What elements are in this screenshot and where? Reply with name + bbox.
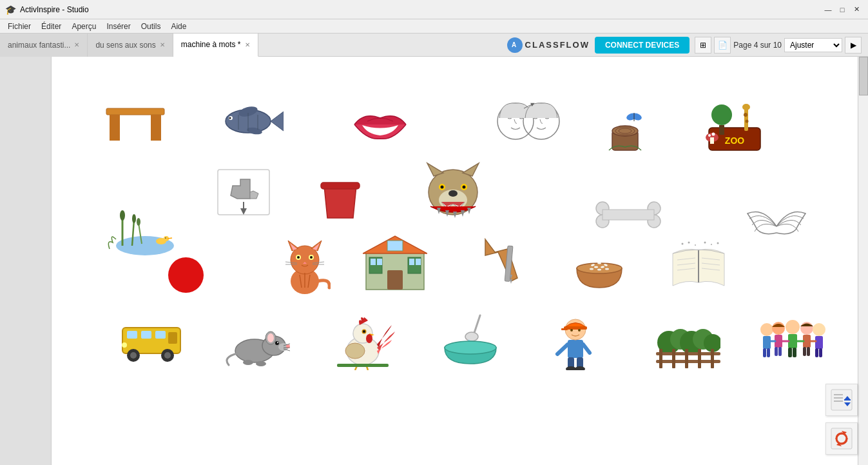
clipart-lips[interactable] (345, 99, 416, 150)
tabbar-right: A CLASSFLOW CONNECT DEVICES ⊞ 📄 Page 4 s… (501, 37, 868, 54)
fence-svg (656, 320, 720, 368)
svg-line-175 (583, 344, 590, 353)
svg-point-135 (122, 342, 127, 348)
tab-animaux[interactable]: animaux fantasti... ✕ (0, 34, 88, 57)
menu-fichier[interactable]: Fichier (3, 21, 36, 32)
clipart-pot[interactable] (308, 163, 372, 228)
next-page-button[interactable]: ▶ (845, 37, 862, 54)
tab-animaux-close[interactable]: ✕ (74, 41, 79, 48)
cat-svg (279, 239, 331, 297)
clipart-house[interactable] (360, 230, 430, 294)
clipart-fish[interactable] (216, 95, 287, 147)
svg-rect-184 (672, 349, 675, 368)
clipart-hand[interactable] (211, 163, 276, 221)
menu-outils[interactable]: Outils (136, 21, 166, 32)
clipart-children[interactable] (754, 313, 831, 371)
svg-point-147 (243, 360, 253, 365)
clipart-fence[interactable] (653, 318, 724, 370)
menu-editer[interactable]: Éditer (36, 21, 66, 32)
svg-point-111 (605, 268, 609, 270)
tabbar: animaux fantasti... ✕ du sens aux sons ✕… (0, 34, 868, 57)
clipart-bus[interactable] (116, 315, 187, 366)
svg-rect-199 (793, 348, 796, 357)
refresh-button[interactable] (825, 422, 858, 455)
clipart-bowl-spoon[interactable] (435, 310, 506, 368)
clipart-rice-bowl[interactable] (567, 242, 632, 294)
svg-marker-46 (463, 163, 479, 176)
clipart-rooster[interactable] (327, 313, 398, 371)
svg-marker-103 (510, 279, 512, 284)
toolbar-right: ⊞ 📄 Page 4 sur 10 Ajuster 50% 75% 100% 1… (695, 37, 862, 54)
svg-point-172 (566, 366, 576, 370)
boy-svg (550, 315, 601, 370)
clipart-table[interactable] (100, 95, 171, 153)
sidebar (0, 57, 52, 465)
clipart-book[interactable] (666, 237, 731, 295)
svg-rect-100 (387, 241, 403, 251)
close-button[interactable]: ✕ (850, 3, 863, 16)
svg-rect-206 (815, 348, 818, 357)
clipart-red-circle[interactable] (160, 249, 211, 301)
children-svg (757, 315, 828, 370)
wolf-svg (421, 160, 485, 218)
svg-rect-43 (321, 183, 360, 189)
clipart-saw[interactable] (469, 230, 534, 288)
clipart-wings[interactable] (741, 199, 812, 250)
svg-point-62 (132, 214, 136, 223)
tab-sens[interactable]: du sens aux sons ✕ (88, 34, 173, 57)
refresh-icon (830, 427, 853, 450)
lips-svg (348, 105, 412, 144)
classflow-icon-text: A (512, 41, 517, 48)
tab-sens-close[interactable]: ✕ (160, 41, 165, 48)
export-button[interactable] (825, 384, 858, 416)
toolbar-icon2[interactable]: 📄 (714, 37, 731, 54)
tab-machine-close[interactable]: ✕ (245, 41, 250, 48)
canvas-area[interactable]: ZOO (52, 57, 868, 465)
window-controls[interactable]: — □ ✕ (822, 3, 863, 16)
clipart-boy[interactable] (546, 313, 604, 371)
clipart-wolf[interactable] (418, 157, 488, 221)
zoom-select[interactable]: Ajuster 50% 75% 100% 125% 150% (784, 38, 842, 52)
classflow-icon: A (507, 37, 523, 53)
svg-rect-202 (803, 347, 806, 356)
svg-rect-158 (337, 364, 389, 367)
svg-point-163 (445, 341, 496, 354)
svg-point-204 (813, 323, 825, 336)
scrollbar-vertical[interactable] (858, 57, 868, 465)
svg-rect-219 (831, 428, 852, 449)
connect-devices-button[interactable]: CONNECT DEVICES (595, 37, 690, 54)
svg-rect-4 (151, 115, 156, 141)
fish-svg (219, 99, 284, 144)
svg-rect-164 (568, 340, 583, 358)
scrollbar-thumb[interactable] (859, 57, 868, 95)
tab-animaux-label: animaux fantasti... (8, 41, 70, 50)
clipart-bone[interactable] (590, 192, 667, 237)
clipart-people[interactable] (490, 95, 567, 160)
classflow-logo: A CLASSFLOW (507, 37, 590, 53)
clipart-rat[interactable] (222, 318, 293, 370)
rat-svg (226, 320, 290, 368)
svg-rect-96 (409, 259, 414, 265)
svg-marker-57 (467, 208, 471, 214)
export-icon (830, 388, 853, 411)
minimize-button[interactable]: — (822, 3, 834, 16)
svg-rect-207 (819, 348, 822, 357)
svg-rect-127 (127, 331, 137, 339)
svg-rect-191 (767, 348, 770, 357)
tab-sens-label: du sens aux sons (95, 41, 155, 50)
svg-rect-167 (561, 328, 568, 330)
clipart-zoo[interactable]: ZOO (696, 99, 773, 163)
menu-apercu[interactable]: Aperçu (66, 21, 101, 32)
menu-aide[interactable]: Aide (166, 21, 191, 32)
clipart-cat[interactable] (276, 236, 334, 301)
svg-point-132 (130, 352, 137, 359)
tab-machine[interactable]: machine à mots * ✕ (173, 34, 258, 57)
svg-rect-128 (141, 331, 151, 339)
toolbar-icon1[interactable]: ⊞ (695, 37, 711, 54)
clipart-tree-stump[interactable] (593, 95, 657, 160)
house-svg (363, 233, 427, 291)
rooster-svg (331, 315, 395, 370)
maximize-button[interactable]: □ (836, 3, 849, 16)
svg-point-173 (575, 366, 585, 370)
menu-inserer[interactable]: Insérer (101, 21, 135, 32)
